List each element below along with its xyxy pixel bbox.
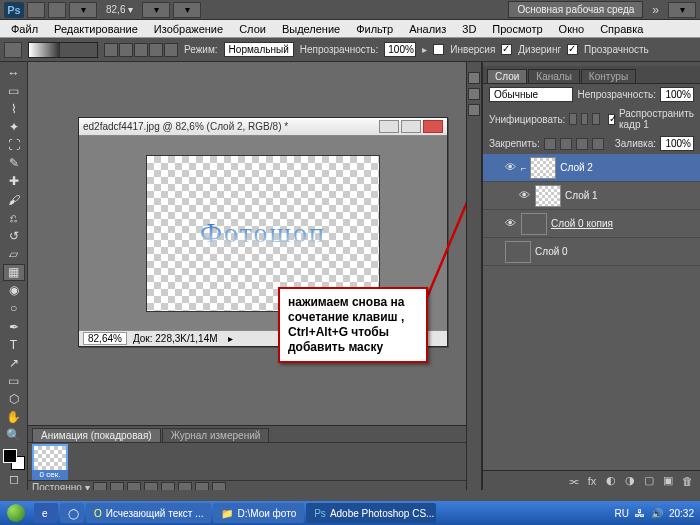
crop-tool[interactable]: ⛶ xyxy=(3,137,25,154)
loop-select[interactable]: Постоянно xyxy=(32,482,82,490)
taskbar-item[interactable]: e xyxy=(34,503,58,523)
menu-layers[interactable]: Слои xyxy=(232,22,273,36)
group-icon[interactable]: ▢ xyxy=(642,474,656,488)
workspace-more-icon[interactable]: » xyxy=(646,3,665,17)
mode-select[interactable]: Нормальный xyxy=(224,42,294,57)
document-title-bar[interactable]: ed2fadcf4417.jpg @ 82,6% (Слой 2, RGB/8)… xyxy=(79,118,447,136)
tween-icon[interactable] xyxy=(178,482,192,491)
grad-radial-icon[interactable] xyxy=(119,43,133,57)
eyedropper-tool[interactable]: ✎ xyxy=(3,155,25,172)
menu-select[interactable]: Выделение xyxy=(275,22,347,36)
trash-icon[interactable]: 🗑 xyxy=(680,474,694,488)
lock-paint-icon[interactable] xyxy=(560,138,572,150)
gradient-swatch[interactable] xyxy=(28,42,98,58)
system-tray[interactable]: RU 🖧 🔊 20:32 xyxy=(609,508,700,519)
dodge-tool[interactable]: ○ xyxy=(3,300,25,317)
history-brush-tool[interactable]: ↺ xyxy=(3,227,25,244)
close-icon[interactable] xyxy=(423,120,443,133)
tray-lang[interactable]: RU xyxy=(615,508,629,519)
layer-name[interactable]: Слой 2 xyxy=(560,162,593,173)
hand-tool[interactable]: ✋ xyxy=(3,409,25,426)
tab-measurement-log[interactable]: Журнал измерений xyxy=(162,428,270,442)
bridge-icon[interactable] xyxy=(27,2,45,18)
wand-tool[interactable]: ✦ xyxy=(3,118,25,135)
move-tool[interactable]: ↔ xyxy=(3,64,25,81)
pen-tool[interactable]: ✒ xyxy=(3,318,25,335)
tray-vol-icon[interactable]: 🔊 xyxy=(651,508,663,519)
start-button[interactable] xyxy=(0,501,32,525)
layer-thumb[interactable] xyxy=(535,185,561,207)
visibility-icon[interactable]: 👁 xyxy=(503,161,517,175)
layer-name[interactable]: Слой 1 xyxy=(565,190,598,201)
layer-name[interactable]: Слой 0 копия xyxy=(551,218,613,229)
color-swatches[interactable] xyxy=(3,449,25,470)
grad-angle-icon[interactable] xyxy=(134,43,148,57)
collapsed-icon-3[interactable] xyxy=(468,104,480,116)
adjustment-icon[interactable]: ◑ xyxy=(623,474,637,488)
heal-tool[interactable]: ✚ xyxy=(3,173,25,190)
frame-duration[interactable]: 0 сек. xyxy=(32,470,68,480)
animation-frame[interactable]: 0 сек. xyxy=(32,444,68,480)
visibility-icon[interactable]: 👁 xyxy=(517,189,531,203)
lasso-tool[interactable]: ⌇ xyxy=(3,100,25,117)
zoom-tool[interactable]: 🔍 xyxy=(3,427,25,444)
fill-input[interactable]: 100% xyxy=(660,136,694,151)
grad-linear-icon[interactable] xyxy=(104,43,118,57)
eraser-tool[interactable]: ▱ xyxy=(3,245,25,262)
taskbar-item[interactable]: 📁D:\Мои фото xyxy=(213,503,304,523)
screen-mode-dropdown[interactable]: ▾ xyxy=(69,2,97,18)
menu-window[interactable]: Окно xyxy=(552,22,592,36)
blur-tool[interactable]: ◉ xyxy=(3,282,25,299)
menu-edit[interactable]: Редактирование xyxy=(47,22,145,36)
delete-frame-icon[interactable] xyxy=(212,482,226,491)
dither-checkbox[interactable] xyxy=(501,44,512,55)
reverse-checkbox[interactable] xyxy=(433,44,444,55)
3d-tool[interactable]: ⬡ xyxy=(3,391,25,408)
layer-row[interactable]: 👁 Слой 0 копия xyxy=(483,210,700,238)
next-frame-icon[interactable] xyxy=(144,482,158,491)
menu-help[interactable]: Справка xyxy=(593,22,650,36)
layer-row[interactable]: Слой 0 xyxy=(483,238,700,266)
taskbar-item[interactable]: ◯ xyxy=(60,503,84,523)
minimize-icon[interactable] xyxy=(379,120,399,133)
menu-filter[interactable]: Фильтр xyxy=(349,22,400,36)
workspace-switcher[interactable]: Основная рабочая среда xyxy=(508,1,643,18)
tab-animation[interactable]: Анимация (покадровая) xyxy=(32,428,161,442)
layer-row[interactable]: 👁 ⌐ Слой 2 xyxy=(483,154,700,182)
mask-icon[interactable]: ◐ xyxy=(604,474,618,488)
collapsed-icon-1[interactable] xyxy=(468,72,480,84)
opacity-input[interactable]: 100% xyxy=(384,42,416,57)
tray-clock[interactable]: 20:32 xyxy=(669,508,694,519)
marquee-tool[interactable]: ▭ xyxy=(3,82,25,99)
tab-channels[interactable]: Каналы xyxy=(528,69,580,83)
gradient-tool[interactable]: ▦ xyxy=(3,264,25,281)
last-frame-icon[interactable] xyxy=(161,482,175,491)
lock-all-icon[interactable] xyxy=(592,138,604,150)
tray-net-icon[interactable]: 🖧 xyxy=(635,508,645,519)
prev-frame-icon[interactable] xyxy=(110,482,124,491)
play-icon[interactable] xyxy=(127,482,141,491)
new-frame-icon[interactable] xyxy=(195,482,209,491)
quickmask-toggle[interactable]: ◻ xyxy=(3,471,25,488)
minibridge-icon[interactable] xyxy=(48,2,66,18)
visibility-icon[interactable]: 👁 xyxy=(503,217,517,231)
brush-tool[interactable]: 🖌 xyxy=(3,191,25,208)
collapsed-panel-dock[interactable] xyxy=(466,62,482,490)
menu-image[interactable]: Изображение xyxy=(147,22,230,36)
path-tool[interactable]: ↗ xyxy=(3,354,25,371)
status-zoom[interactable]: 82,64% xyxy=(83,332,127,345)
menu-analysis[interactable]: Анализ xyxy=(402,22,453,36)
transparency-checkbox[interactable] xyxy=(567,44,578,55)
tab-layers[interactable]: Слои xyxy=(487,69,527,83)
layer-opacity-input[interactable]: 100% xyxy=(660,87,694,102)
tab-paths[interactable]: Контуры xyxy=(581,69,636,83)
tool-preset-icon[interactable] xyxy=(4,42,22,58)
layer-row[interactable]: 👁 Слой 1 xyxy=(483,182,700,210)
visibility-icon[interactable] xyxy=(487,245,501,259)
cslive-icon[interactable]: ▾ xyxy=(668,2,696,18)
fx-icon[interactable]: fx xyxy=(585,474,599,488)
layer-name[interactable]: Слой 0 xyxy=(535,246,568,257)
layer-thumb[interactable] xyxy=(521,213,547,235)
arrange-dropdown[interactable]: ▾ xyxy=(142,2,170,18)
menu-view[interactable]: Просмотр xyxy=(485,22,549,36)
